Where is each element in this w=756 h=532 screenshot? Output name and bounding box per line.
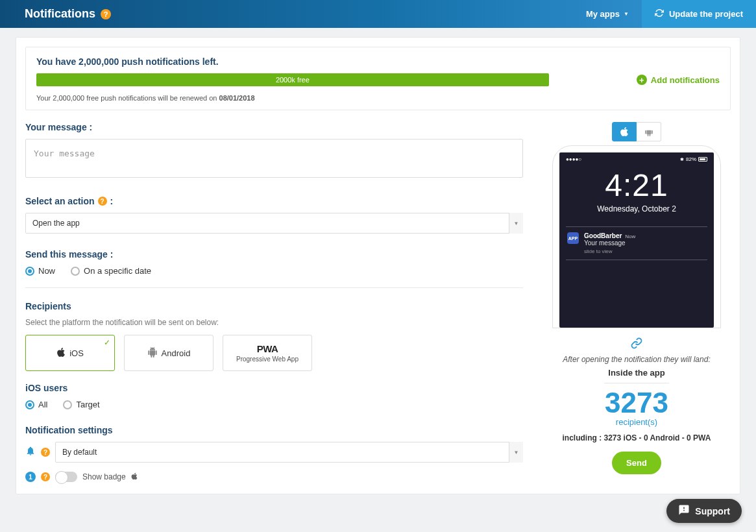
quota-renew-text: Your 2,000,000 free push notifications w…	[36, 94, 720, 102]
quota-box: You have 2,000,000 push notifications le…	[25, 47, 731, 110]
preview-notification: APP GoodBarberNow Your message slide to …	[566, 226, 707, 260]
pwa-icon: PWA	[257, 343, 278, 354]
apple-icon	[56, 347, 66, 359]
notification-sound-select[interactable]: By default	[55, 442, 523, 463]
select-action-label: Select an action ? :	[25, 196, 523, 206]
preview-ios-tab[interactable]	[612, 122, 637, 141]
support-button[interactable]: Support	[666, 499, 742, 503]
recipient-breakdown: including : 3273 iOS - 0 Android - 0 PWA	[543, 433, 731, 442]
recipient-count: 3273	[543, 389, 731, 417]
action-select[interactable]: Open the app	[25, 213, 523, 234]
radio-checked-icon	[25, 400, 34, 409]
quota-title: You have 2,000,000 push notifications le…	[36, 56, 720, 67]
send-now-radio[interactable]: Now	[25, 266, 55, 276]
send-specific-date-radio[interactable]: On a specific date	[71, 266, 151, 276]
apple-icon	[131, 472, 138, 482]
add-notifications-button[interactable]: + Add notifications	[637, 75, 720, 85]
ios-users-label: iOS users	[25, 383, 523, 393]
plus-icon: +	[637, 75, 647, 85]
update-project-button[interactable]: Update the project	[642, 0, 756, 28]
radio-checked-icon	[25, 267, 34, 276]
check-icon: ✓	[104, 338, 110, 347]
recipients-hint: Select the platform the notification wil…	[25, 318, 523, 327]
help-icon[interactable]: ?	[41, 472, 50, 481]
platform-ios-card[interactable]: ✓ iOS	[25, 335, 115, 371]
link-icon	[543, 337, 731, 352]
radio-unchecked-icon	[63, 400, 72, 409]
preview-time: 4:21	[566, 167, 707, 203]
android-icon	[147, 347, 158, 359]
platform-pwa-card[interactable]: PWA Progressive Web App	[223, 335, 312, 371]
chevron-down-icon: ▼	[624, 11, 629, 17]
battery-status: ✱ 82%	[680, 156, 707, 162]
app-header: Notifications ? My apps ▼ Update the pro…	[0, 0, 756, 28]
main-panel: You have 2,000,000 push notifications le…	[16, 37, 740, 494]
preview-date: Wednesday, October 2	[566, 204, 707, 213]
ios-users-all-radio[interactable]: All	[25, 400, 47, 409]
badge-count: 1	[25, 472, 36, 482]
bell-icon	[25, 446, 36, 459]
your-message-label: Your message :	[25, 122, 523, 132]
help-icon[interactable]: ?	[101, 9, 111, 19]
recipient-label: recipient(s)	[543, 417, 731, 427]
radio-unchecked-icon	[71, 267, 80, 276]
refresh-icon	[655, 8, 664, 19]
my-apps-dropdown[interactable]: My apps ▼	[573, 9, 642, 19]
ios-users-target-radio[interactable]: Target	[63, 400, 99, 409]
app-icon: APP	[567, 232, 579, 244]
landing-value: Inside the app	[604, 368, 669, 383]
show-badge-toggle[interactable]	[55, 472, 77, 482]
signal-icon: ●●●●○	[566, 156, 581, 162]
show-badge-label: Show badge	[82, 472, 126, 481]
quota-progress-bar: 2000k free	[36, 73, 549, 86]
recipients-label: Recipients	[25, 301, 523, 311]
add-notif-label: Add notifications	[651, 75, 720, 85]
page-title: Notifications	[25, 7, 95, 21]
update-label: Update the project	[669, 9, 743, 19]
help-icon[interactable]: ?	[41, 448, 50, 457]
help-icon[interactable]: ?	[98, 197, 107, 206]
send-message-label: Send this message :	[25, 249, 523, 260]
phone-preview: ●●●●○ ✱ 82% 4:21 Wednesday, October 2 AP…	[552, 145, 721, 328]
preview-android-tab[interactable]	[637, 122, 661, 141]
notification-settings-label: Notification settings	[25, 425, 523, 435]
my-apps-label: My apps	[586, 9, 620, 19]
landing-text: After opening the notification they will…	[543, 355, 731, 364]
platform-android-card[interactable]: Android	[124, 335, 213, 371]
send-button[interactable]: Send	[612, 452, 661, 474]
message-input[interactable]	[25, 139, 523, 178]
